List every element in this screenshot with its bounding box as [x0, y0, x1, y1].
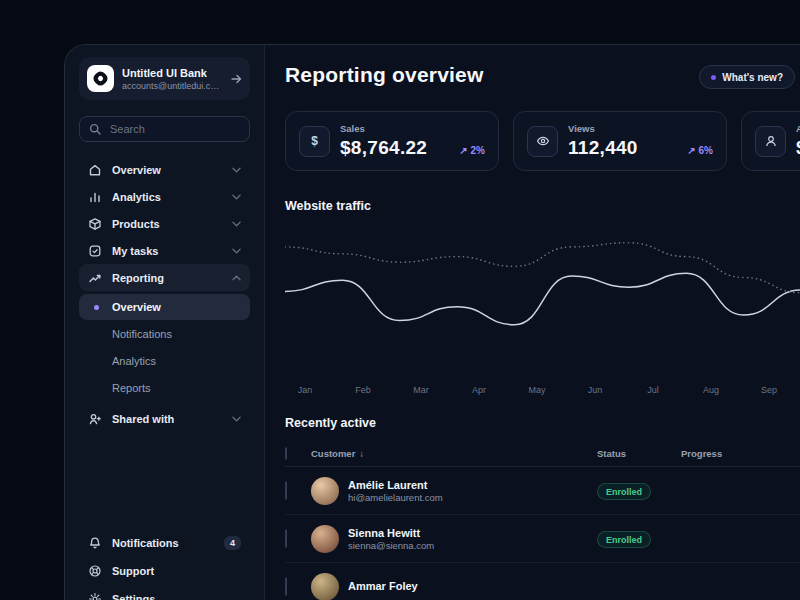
sidebar-item-shared-with[interactable]: Shared with: [79, 405, 250, 432]
whats-new-button[interactable]: What's new?: [699, 65, 795, 89]
eye-icon: [527, 126, 558, 157]
stat-label: Views: [568, 123, 638, 134]
chevron-down-icon: [232, 416, 241, 422]
subitem-label: Analytics: [112, 355, 156, 367]
bar-chart-icon: [88, 190, 102, 204]
subitem-label: Reports: [112, 382, 151, 394]
chart-x-label: Jan: [280, 385, 330, 395]
stat-card-sales[interactable]: $ Sales $8,764.22 ↗2%: [285, 111, 499, 171]
chart-x-label: Mar: [396, 385, 446, 395]
stat-label: Sales: [340, 123, 427, 134]
org-logo: [87, 65, 114, 92]
customer-name: Ammar Foley: [348, 579, 418, 594]
subitem-analytics[interactable]: Analytics: [79, 348, 250, 374]
footer-item-label: Support: [112, 565, 154, 577]
subitem-notifications[interactable]: Notifications: [79, 321, 250, 347]
chevron-up-icon: [232, 275, 241, 281]
stat-trend: ↗6%: [687, 145, 713, 159]
stat-card-third[interactable]: A $ ↗: [741, 111, 800, 171]
chart-x-label: Jun: [570, 385, 620, 395]
home-icon: [88, 163, 102, 177]
search-icon: [89, 123, 101, 135]
screen: Untitled UI Bank accounts@untitledui.com…: [0, 0, 800, 600]
row-checkbox[interactable]: [285, 529, 287, 548]
footer-item-label: Notifications: [112, 537, 179, 549]
main-content: Reporting overview What's new? $ Sales $…: [265, 45, 800, 600]
customer-column-header[interactable]: Customer ↓: [311, 448, 597, 459]
stat-value: 112,440: [568, 137, 638, 159]
org-switcher[interactable]: Untitled UI Bank accounts@untitledui.com: [79, 57, 250, 100]
trend-chart-icon: [88, 271, 102, 285]
sidebar-item-label: Overview: [112, 164, 161, 176]
stat-trend: ↗2%: [459, 145, 485, 159]
untitled-ui-logo-icon: [91, 69, 109, 87]
table-row[interactable]: Sienna Hewitt sienna@sienna.com Enrolled: [285, 515, 800, 563]
chart-x-label: Sep: [744, 385, 794, 395]
reporting-submenu: Overview Notifications Analytics Reports: [79, 294, 250, 402]
stat-card-views[interactable]: Views 112,440 ↗6%: [513, 111, 727, 171]
stat-value: $8,764.22: [340, 137, 427, 159]
sidebar-footer: Notifications 4 Support Settings: [79, 529, 250, 600]
avatar: [311, 525, 339, 553]
chart-x-label: Aug: [686, 385, 736, 395]
sidebar-item-products[interactable]: Products: [79, 210, 250, 237]
row-checkbox[interactable]: [285, 481, 287, 500]
gear-icon: [88, 592, 102, 600]
sidebar-item-my-tasks[interactable]: My tasks: [79, 237, 250, 264]
org-info: Untitled UI Bank accounts@untitledui.com: [122, 66, 222, 90]
status-badge: Enrolled: [597, 483, 651, 500]
trend-up-icon: ↗: [687, 145, 695, 156]
footer-item-notifications[interactable]: Notifications 4: [79, 529, 250, 557]
footer-item-settings[interactable]: Settings: [79, 585, 250, 600]
subitem-label: Notifications: [112, 328, 172, 340]
whats-new-label: What's new?: [722, 72, 783, 83]
dollar-icon: $: [299, 126, 330, 157]
section-title-traffic: Website traffic: [285, 199, 800, 213]
table-row[interactable]: Amélie Laurent hi@amelielaurent.com Enro…: [285, 467, 800, 515]
status-column-header: Status: [597, 448, 681, 459]
chart-x-label: Apr: [454, 385, 504, 395]
sidebar-item-label: My tasks: [112, 245, 158, 257]
search-input[interactable]: [108, 122, 240, 136]
user-plus-icon: [88, 412, 102, 426]
customer-name: Amélie Laurent: [348, 478, 443, 493]
sidebar-item-label: Reporting: [112, 272, 164, 284]
box-icon: [88, 217, 102, 231]
life-buoy-icon: [88, 564, 102, 578]
select-all-checkbox[interactable]: [285, 447, 287, 460]
search-box[interactable]: [79, 116, 250, 142]
stat-cards: $ Sales $8,764.22 ↗2% Views 112,440 ↗6%: [285, 111, 800, 171]
chevron-down-icon: [232, 248, 241, 254]
sidebar-item-label: Analytics: [112, 191, 161, 203]
subitem-reports[interactable]: Reports: [79, 375, 250, 401]
org-email: accounts@untitledui.com: [122, 81, 222, 91]
sort-down-icon: ↓: [359, 448, 364, 459]
table-header: Customer ↓ Status Progress: [285, 440, 800, 467]
table-row[interactable]: Ammar Foley: [285, 563, 800, 600]
sidebar-item-analytics[interactable]: Analytics: [79, 183, 250, 210]
customer-email: hi@amelielaurent.com: [348, 492, 443, 503]
avatar: [311, 573, 339, 600]
sidebar-nav: Overview Analytics Products My tasks: [79, 156, 250, 432]
stat-value: $: [796, 137, 800, 159]
customer-name: Sienna Hewitt: [348, 526, 434, 541]
bell-icon: [88, 536, 102, 550]
user-icon: [755, 126, 786, 157]
arrow-right-icon[interactable]: [230, 73, 242, 85]
row-checkbox[interactable]: [285, 577, 287, 596]
chevron-down-icon: [232, 221, 241, 227]
subitem-label: Overview: [112, 301, 161, 313]
sidebar-item-label: Products: [112, 218, 160, 230]
subitem-overview[interactable]: Overview: [79, 294, 250, 320]
sidebar-item-label: Shared with: [112, 413, 174, 425]
sidebar-item-reporting[interactable]: Reporting: [79, 264, 250, 291]
trend-up-icon: ↗: [459, 145, 467, 156]
chart-line-current: [285, 273, 800, 324]
footer-item-support[interactable]: Support: [79, 557, 250, 585]
recently-active-table: Customer ↓ Status Progress Amélie Lauren…: [285, 440, 800, 600]
org-name: Untitled UI Bank: [122, 66, 222, 80]
sidebar-item-overview[interactable]: Overview: [79, 156, 250, 183]
status-badge: Enrolled: [597, 531, 651, 548]
purple-dot-icon: [711, 75, 716, 80]
chevron-down-icon: [232, 194, 241, 200]
